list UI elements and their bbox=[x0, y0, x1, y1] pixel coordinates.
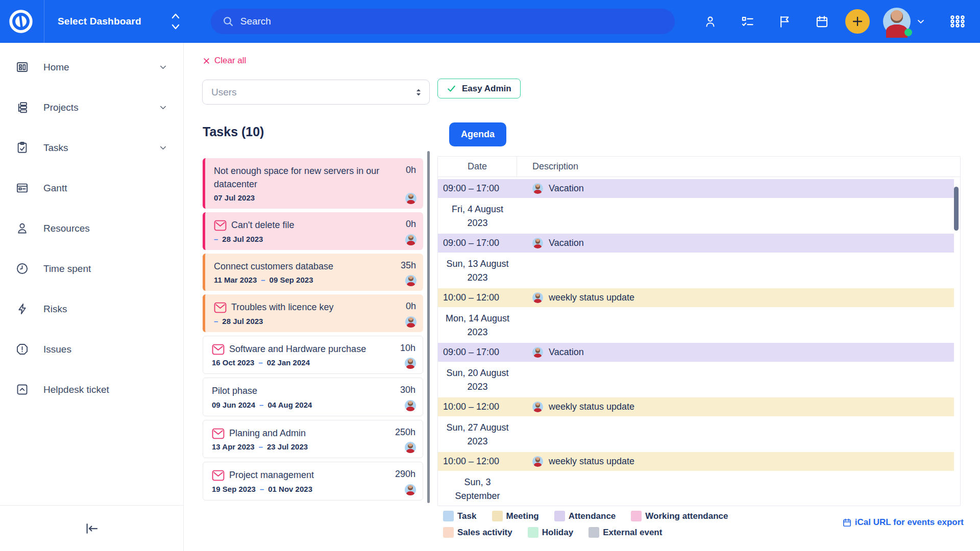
date-separator: – bbox=[258, 358, 262, 367]
agenda-table: Date Description 09:00 – 17:00 Vacation bbox=[437, 156, 961, 506]
sidebar-item[interactable]: Tasks bbox=[0, 128, 183, 168]
dashboard-selector[interactable]: Select Dashboard bbox=[58, 12, 181, 31]
tasks-scrollbar[interactable] bbox=[427, 151, 430, 503]
legend-label: Meeting bbox=[506, 511, 539, 521]
task-dates: 19 Sep 2023 – 01 Nov 2023 bbox=[212, 485, 415, 493]
agenda-row[interactable]: 09:00 – 17:00 Vacation bbox=[438, 343, 954, 362]
agenda-row[interactable]: Sun, 3 September bbox=[438, 471, 954, 506]
sidebar-item-label: Issues bbox=[43, 344, 71, 355]
date-separator: – bbox=[261, 276, 265, 284]
close-icon bbox=[203, 57, 210, 65]
flag-icon[interactable] bbox=[778, 15, 792, 29]
checklist-icon[interactable] bbox=[741, 15, 754, 29]
agenda-date-cell: Sun, 27 August 2023 bbox=[438, 421, 517, 448]
sidebar-item-label: Risks bbox=[43, 304, 67, 315]
event-time: 10:00 – 12:00 bbox=[438, 456, 499, 467]
event-avatar bbox=[532, 347, 543, 358]
sidebar-item[interactable]: Time spent bbox=[0, 248, 183, 289]
task-card[interactable]: Troubles with licence key 0h – 28 Jul 20… bbox=[203, 294, 423, 332]
legend-swatch bbox=[528, 527, 538, 538]
task-hours: 250h bbox=[395, 427, 415, 438]
envelope-icon bbox=[214, 220, 227, 231]
task-card[interactable]: Pilot phase 30h 09 Jun 2024 – 04 Aug 202… bbox=[203, 378, 423, 416]
sidebar-item[interactable]: Projects bbox=[0, 87, 183, 128]
agenda-description-cell: weekly status update bbox=[517, 292, 634, 303]
calendar-icon[interactable] bbox=[815, 15, 829, 29]
agenda-row[interactable]: Sun, 27 August 2023 bbox=[438, 416, 954, 452]
sidebar-item[interactable]: Resources bbox=[0, 208, 183, 248]
check-icon bbox=[447, 84, 456, 93]
assignee-avatar bbox=[405, 234, 416, 245]
agenda-scrollbar-thumb[interactable] bbox=[954, 187, 959, 231]
envelope-icon bbox=[214, 302, 227, 313]
assignee-avatar bbox=[405, 400, 416, 411]
agenda-row[interactable]: 10:00 – 12:00 weekly status update bbox=[438, 452, 954, 471]
agenda-row[interactable]: 09:00 – 17:00 Vacation bbox=[438, 234, 954, 253]
task-dates: 07 Jul 2023 – bbox=[214, 193, 416, 202]
task-card[interactable]: Project management 290h 19 Sep 2023 – 01… bbox=[203, 462, 423, 500]
task-start-date: 16 Oct 2023 bbox=[212, 358, 254, 367]
agenda-row[interactable]: Sun, 13 August 2023 bbox=[438, 253, 954, 288]
sidebar-item-icon bbox=[15, 262, 29, 276]
app-logo[interactable] bbox=[8, 9, 34, 34]
add-button[interactable] bbox=[845, 9, 870, 34]
profile-icon[interactable] bbox=[703, 15, 717, 29]
chevron-down-icon bbox=[158, 143, 168, 153]
sidebar-item[interactable]: Risks bbox=[0, 289, 183, 329]
agenda-row[interactable]: 10:00 – 12:00 weekly status update bbox=[438, 288, 954, 307]
agenda-date-cell: Fri, 4 August 2023 bbox=[438, 203, 517, 230]
event-time: 10:00 – 12:00 bbox=[438, 402, 499, 412]
sidebar-item[interactable]: Helpdesk ticket bbox=[0, 369, 183, 410]
task-hours: 0h bbox=[406, 301, 416, 312]
user-avatar[interactable] bbox=[883, 8, 911, 35]
main-content: Clear all Users Easy Admin Tasks (10) No… bbox=[184, 43, 980, 551]
users-filter-select[interactable]: Users bbox=[202, 80, 430, 105]
date-separator: – bbox=[214, 317, 218, 325]
search-input[interactable] bbox=[240, 16, 664, 27]
search-bar[interactable] bbox=[211, 9, 675, 34]
event-avatar bbox=[532, 456, 543, 467]
users-filter-placeholder: Users bbox=[211, 87, 415, 98]
legend-label: Working attendance bbox=[645, 511, 728, 521]
chevron-down-icon[interactable] bbox=[916, 16, 926, 27]
easy-admin-filter-chip[interactable]: Easy Admin bbox=[437, 79, 521, 98]
task-hours: 290h bbox=[395, 469, 415, 480]
sidebar-item-icon bbox=[15, 383, 29, 396]
description-column-header: Description bbox=[517, 157, 578, 177]
legend-item: Working attendance bbox=[631, 511, 728, 521]
task-card[interactable]: Not enough space for new servers in our … bbox=[203, 158, 423, 209]
sidebar-item[interactable]: Home bbox=[0, 47, 183, 87]
task-start-date: 13 Apr 2023 bbox=[212, 442, 255, 451]
task-card[interactable]: Can't delete file 0h – 28 Jul 2023 bbox=[203, 212, 423, 250]
agenda-tab-button[interactable]: Agenda bbox=[449, 122, 506, 146]
agenda-row[interactable]: 09:00 – 17:00 Vacation bbox=[438, 179, 954, 198]
online-status-dot bbox=[904, 29, 912, 36]
event-time: 09:00 – 17:00 bbox=[438, 183, 499, 194]
task-hours: 10h bbox=[400, 343, 415, 354]
legend-item: Holiday bbox=[528, 527, 573, 538]
event-avatar bbox=[532, 292, 543, 303]
ical-export-label: iCal URL for events export bbox=[855, 517, 964, 528]
agenda-date-cell: 10:00 – 12:00 bbox=[438, 292, 517, 303]
task-card[interactable]: Connect customers database 35h 11 Mar 20… bbox=[203, 254, 423, 291]
sort-arrows-icon bbox=[415, 88, 422, 96]
agenda-row[interactable]: Fri, 4 August 2023 bbox=[438, 198, 954, 234]
sidebar-item[interactable]: Issues bbox=[0, 329, 183, 369]
agenda-row[interactable]: Mon, 14 August 2023 bbox=[438, 307, 954, 343]
task-start-date: 09 Jun 2024 bbox=[212, 400, 255, 409]
legend-label: Holiday bbox=[542, 528, 573, 538]
collapse-sidebar-button[interactable] bbox=[84, 521, 100, 536]
apps-grid-icon[interactable] bbox=[949, 13, 966, 30]
sidebar-item[interactable]: Gantt bbox=[0, 168, 183, 208]
task-card[interactable]: Planing and Admin 250h 13 Apr 2023 – 23 … bbox=[203, 420, 423, 459]
ical-export-link[interactable]: iCal URL for events export bbox=[842, 517, 964, 528]
legend-swatch bbox=[589, 527, 599, 538]
agenda-row[interactable]: 10:00 – 12:00 weekly status update bbox=[438, 397, 954, 416]
task-card[interactable]: Software and Hardware purchase 10h 16 Oc… bbox=[203, 336, 423, 374]
agenda-row[interactable]: Sun, 20 August 2023 bbox=[438, 362, 954, 397]
clear-all-filters-button[interactable]: Clear all bbox=[203, 56, 246, 66]
task-hours: 30h bbox=[400, 385, 415, 395]
date-separator: – bbox=[259, 400, 263, 409]
envelope-icon bbox=[212, 344, 225, 355]
easy-admin-label: Easy Admin bbox=[462, 84, 511, 94]
